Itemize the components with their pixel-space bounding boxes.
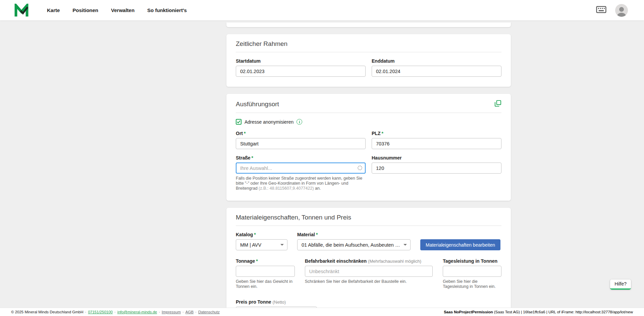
top-navbar: Karte Positionen Verwalten So funktionie…	[0, 0, 644, 20]
anonymize-checkbox-label: Adresse anonymisieren	[245, 119, 293, 125]
copy-icon[interactable]	[494, 100, 501, 108]
anonymize-checkbox[interactable]	[236, 119, 241, 125]
preis-label-text: Preis pro Tonne	[236, 299, 271, 305]
edit-material-properties-button[interactable]: Materialeigenschaften bearbeiten	[420, 239, 500, 250]
katalog-field: Katalog* MM | AVV	[236, 232, 287, 250]
card-zeitlicher-rahmen: Zeitlicher Rahmen Startdatum Enddatum	[226, 34, 511, 87]
card-ausfuehrungsort: Ausführungsort Adresse anonymisieren i O…	[226, 94, 511, 201]
startdatum-label: Startdatum	[236, 58, 366, 64]
footer-copyright: © 2025 Mineral Minds Deutschland GmbH	[11, 310, 84, 314]
nav-item-so-funktionierts[interactable]: So funktioniert's	[147, 7, 187, 13]
enddatum-label: Enddatum	[372, 58, 501, 64]
startdatum-field: Startdatum	[236, 58, 366, 77]
nav-item-karte[interactable]: Karte	[47, 7, 60, 13]
material-select[interactable]: 01 Abfälle, die beim Aufsuchen, Ausbeute…	[297, 239, 411, 250]
ort-label-text: Ort	[236, 131, 243, 136]
divider	[236, 113, 501, 113]
startdatum-input[interactable]	[236, 66, 366, 77]
card-title-material: Materialeigenschaften, Tonnen und Preis	[236, 214, 351, 221]
hausnummer-label: Hausnummer	[372, 155, 501, 161]
plz-field: PLZ*	[372, 131, 501, 149]
footer-separator: ·	[195, 310, 197, 314]
tonnage-input[interactable]	[236, 266, 295, 277]
mineral-minds-logo-icon[interactable]	[14, 4, 29, 17]
card-material: Materialeigenschaften, Tonnen und Preis …	[226, 208, 511, 316]
katalog-select[interactable]: MM | AVV	[236, 239, 287, 250]
befahrbarkeit-hint-text: (Mehrfachauswahl möglich)	[368, 259, 421, 264]
befahrbarkeit-input[interactable]	[305, 266, 433, 277]
strasse-helper-coords: (z.B.: 48.8115607,9.4077422)	[259, 186, 314, 191]
previous-card-partial	[226, 22, 511, 27]
tagesleistung-field: Tagesleistung in Tonnen Geben Sie hier d…	[443, 258, 501, 289]
footer-separator: ·	[182, 310, 184, 314]
nav-item-verwalten[interactable]: Verwalten	[111, 7, 135, 13]
strasse-field: Straße* Falls die Position keiner Straße…	[236, 155, 366, 191]
tagesleistung-label: Tagesleistung in Tonnen	[443, 258, 501, 264]
footer-email-link[interactable]: info@mineral-minds.de	[117, 310, 157, 314]
info-icon[interactable]: i	[297, 119, 302, 125]
hausnummer-field: Hausnummer	[372, 155, 501, 191]
main-nav: Karte Positionen Verwalten So funktionie…	[47, 7, 187, 13]
loading-spinner-icon	[358, 166, 362, 170]
footer-agb-link[interactable]: AGB	[185, 310, 194, 314]
enddatum-input[interactable]	[372, 66, 501, 77]
ort-input[interactable]	[236, 138, 366, 149]
katalog-label-text: Katalog	[236, 232, 253, 237]
tagesleistung-helper-text: Geben Sie hier die Tagesleistung in Tonn…	[443, 279, 501, 289]
befahrbarkeit-field: Befahrbarkeit einschränken (Mehrfachausw…	[305, 258, 433, 284]
material-field: Material* 01 Abfälle, die beim Aufsuchen…	[297, 232, 411, 250]
required-marker: *	[252, 155, 253, 161]
tonnage-helper-text: Geben Sie hier das Gewicht in Tonnen ein…	[236, 279, 295, 289]
strasse-helper-part2: an.	[314, 186, 321, 191]
footer-phone-link[interactable]: 07151/250100	[88, 310, 113, 314]
plz-label: PLZ*	[372, 131, 501, 136]
required-marker: *	[316, 232, 318, 237]
user-avatar-icon[interactable]	[615, 4, 628, 17]
chevron-down-icon	[280, 244, 284, 246]
card-title-zeitlicher-rahmen: Zeitlicher Rahmen	[236, 40, 287, 48]
katalog-label: Katalog*	[236, 232, 287, 237]
footer: © 2025 Mineral Minds Deutschland GmbH · …	[0, 308, 644, 316]
ort-field: Ort*	[236, 131, 366, 149]
required-marker: *	[381, 131, 383, 136]
footer-separator: ·	[85, 310, 87, 314]
footer-impressum-link[interactable]: Impressum	[162, 310, 181, 314]
plz-input[interactable]	[372, 138, 501, 149]
hausnummer-input[interactable]	[372, 163, 501, 174]
keyboard-icon[interactable]	[596, 6, 606, 14]
footer-environment-info: Saas NoProjectPermission (Saas Test AG) …	[444, 310, 633, 314]
tonnage-label-text: Tonnage	[236, 258, 255, 264]
footer-separator: ·	[159, 310, 160, 314]
befahrbarkeit-label: Befahrbarkeit einschränken (Mehrfachausw…	[305, 258, 433, 264]
preis-hint-text: (Netto)	[272, 300, 286, 305]
katalog-selected-value: MM | AVV	[240, 242, 278, 248]
required-marker: *	[256, 258, 258, 264]
tagesleistung-input[interactable]	[443, 266, 501, 277]
strasse-input[interactable]	[236, 163, 366, 174]
required-marker: *	[254, 232, 256, 237]
footer-separator: ·	[114, 310, 116, 314]
footer-saas-name: Saas NoProjectPermission	[444, 310, 493, 314]
form-content: Zeitlicher Rahmen Startdatum Enddatum Au…	[226, 20, 511, 316]
strasse-label: Straße*	[236, 155, 366, 161]
strasse-label-text: Straße	[236, 155, 251, 161]
divider	[236, 226, 501, 226]
befahrbarkeit-helper-text: Schränken Sie hier die Befahrbarkeit der…	[305, 279, 433, 284]
footer-left: © 2025 Mineral Minds Deutschland GmbH · …	[11, 310, 220, 314]
card-title-ausfuehrungsort: Ausführungsort	[236, 101, 279, 108]
befahrbarkeit-label-text: Befahrbarkeit einschränken	[305, 258, 367, 264]
chevron-down-icon	[404, 244, 407, 246]
preis-label: Preis pro Tonne (Netto)	[236, 299, 501, 305]
enddatum-field: Enddatum	[372, 58, 501, 77]
material-label: Material*	[297, 232, 411, 237]
footer-datenschutz-link[interactable]: Datenschutz	[198, 310, 220, 314]
tonnage-field: Tonnage* Geben Sie hier das Gewicht in T…	[236, 258, 295, 289]
divider	[236, 52, 501, 52]
required-marker: *	[244, 131, 246, 136]
material-label-text: Material	[297, 232, 315, 237]
anonymize-address-row: Adresse anonymisieren i	[236, 119, 501, 125]
footer-saas-details: (Saas Test AG) | 16fae1ffc6a6 | URL of i…	[493, 310, 633, 314]
help-button[interactable]: Hilfe?	[610, 279, 631, 290]
navbar-actions	[596, 4, 628, 17]
nav-item-positionen[interactable]: Positionen	[72, 7, 98, 13]
